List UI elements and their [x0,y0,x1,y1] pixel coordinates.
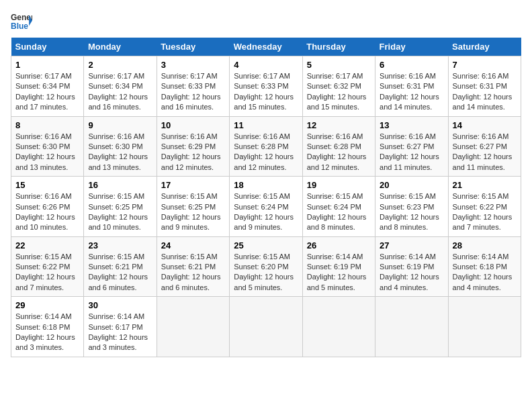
day-number: 23 [88,240,152,250]
day-number: 8 [15,120,79,130]
calendar-cell: 30Sunrise: 6:14 AMSunset: 6:17 PMDayligh… [84,297,157,357]
day-info: Sunrise: 6:15 AMSunset: 6:25 PMDaylight:… [161,192,221,231]
week-row-2: 8Sunrise: 6:16 AMSunset: 6:30 PMDaylight… [11,116,521,177]
calendar-cell: 17Sunrise: 6:15 AMSunset: 6:25 PMDayligh… [157,177,229,237]
day-number: 7 [453,60,517,70]
calendar-cell: 29Sunrise: 6:14 AMSunset: 6:18 PMDayligh… [11,297,84,357]
header-row: SundayMondayTuesdayWednesdayThursdayFrid… [11,38,521,56]
day-info: Sunrise: 6:15 AMSunset: 6:21 PMDaylight:… [88,253,148,291]
day-info: Sunrise: 6:15 AMSunset: 6:25 PMDaylight:… [88,192,148,231]
calendar-cell [448,297,521,357]
day-number: 10 [161,120,225,130]
day-info: Sunrise: 6:17 AMSunset: 6:32 PMDaylight:… [307,72,367,111]
calendar-cell: 1Sunrise: 6:17 AMSunset: 6:34 PMDaylight… [11,56,84,117]
calendar-table: SundayMondayTuesdayWednesdayThursdayFrid… [11,38,521,357]
day-info: Sunrise: 6:15 AMSunset: 6:22 PMDaylight:… [15,253,75,291]
calendar-cell: 3Sunrise: 6:17 AMSunset: 6:33 PMDaylight… [157,56,229,117]
calendar-cell: 10Sunrise: 6:16 AMSunset: 6:29 PMDayligh… [157,116,229,177]
day-number: 11 [234,120,298,130]
day-number: 16 [88,180,152,190]
day-info: Sunrise: 6:14 AMSunset: 6:19 PMDaylight:… [380,253,439,291]
calendar-cell: 16Sunrise: 6:15 AMSunset: 6:25 PMDayligh… [84,177,157,237]
week-row-5: 29Sunrise: 6:14 AMSunset: 6:18 PMDayligh… [11,297,521,357]
calendar-cell: 8Sunrise: 6:16 AMSunset: 6:30 PMDaylight… [11,116,84,177]
day-number: 2 [88,60,152,70]
day-info: Sunrise: 6:15 AMSunset: 6:21 PMDaylight:… [161,253,221,291]
header-day-monday: Monday [84,38,157,56]
calendar-cell: 21Sunrise: 6:15 AMSunset: 6:22 PMDayligh… [448,177,521,237]
day-info: Sunrise: 6:15 AMSunset: 6:23 PMDaylight:… [380,192,439,231]
header-day-friday: Friday [375,38,448,56]
calendar-cell: 27Sunrise: 6:14 AMSunset: 6:19 PMDayligh… [375,236,448,297]
calendar-cell: 28Sunrise: 6:14 AMSunset: 6:18 PMDayligh… [448,236,521,297]
logo-icon: General Blue [11,11,32,32]
header-day-saturday: Saturday [448,38,521,56]
day-info: Sunrise: 6:17 AMSunset: 6:34 PMDaylight:… [88,72,148,111]
day-number: 15 [15,180,79,190]
calendar-cell [375,297,448,357]
day-number: 24 [161,240,225,250]
calendar-cell [230,297,302,357]
day-info: Sunrise: 6:14 AMSunset: 6:17 PMDaylight:… [88,312,148,351]
day-info: Sunrise: 6:16 AMSunset: 6:29 PMDaylight:… [161,132,221,171]
day-number: 6 [380,60,443,70]
day-number: 27 [380,240,443,250]
day-info: Sunrise: 6:15 AMSunset: 6:24 PMDaylight:… [234,192,294,231]
day-info: Sunrise: 6:17 AMSunset: 6:34 PMDaylight:… [15,72,75,111]
week-row-1: 1Sunrise: 6:17 AMSunset: 6:34 PMDaylight… [11,56,521,117]
header-day-sunday: Sunday [11,38,84,56]
day-number: 28 [453,240,517,250]
day-info: Sunrise: 6:14 AMSunset: 6:18 PMDaylight:… [453,253,513,291]
calendar-cell: 5Sunrise: 6:17 AMSunset: 6:32 PMDaylight… [302,56,375,117]
day-info: Sunrise: 6:16 AMSunset: 6:30 PMDaylight:… [88,132,148,171]
day-number: 21 [453,180,517,190]
page-header: General Blue [11,11,521,32]
calendar-cell: 20Sunrise: 6:15 AMSunset: 6:23 PMDayligh… [375,177,448,237]
calendar-cell [302,297,375,357]
calendar-cell: 13Sunrise: 6:16 AMSunset: 6:27 PMDayligh… [375,116,448,177]
calendar-body: 1Sunrise: 6:17 AMSunset: 6:34 PMDaylight… [11,56,521,357]
day-number: 14 [453,120,517,130]
svg-text:Blue: Blue [11,21,28,31]
week-row-4: 22Sunrise: 6:15 AMSunset: 6:22 PMDayligh… [11,236,521,297]
header-day-wednesday: Wednesday [230,38,302,56]
day-info: Sunrise: 6:16 AMSunset: 6:27 PMDaylight:… [380,132,439,171]
calendar-cell: 6Sunrise: 6:16 AMSunset: 6:31 PMDaylight… [375,56,448,117]
day-info: Sunrise: 6:17 AMSunset: 6:33 PMDaylight:… [234,72,294,111]
day-number: 29 [15,300,79,310]
day-number: 1 [15,60,79,70]
day-number: 26 [307,240,371,250]
day-number: 30 [88,300,152,310]
day-info: Sunrise: 6:16 AMSunset: 6:31 PMDaylight:… [453,72,513,111]
calendar-cell: 9Sunrise: 6:16 AMSunset: 6:30 PMDaylight… [84,116,157,177]
calendar-cell: 15Sunrise: 6:16 AMSunset: 6:26 PMDayligh… [11,177,84,237]
day-number: 5 [307,60,371,70]
header-day-tuesday: Tuesday [157,38,229,56]
calendar-cell: 11Sunrise: 6:16 AMSunset: 6:28 PMDayligh… [230,116,302,177]
day-number: 20 [380,180,443,190]
day-info: Sunrise: 6:15 AMSunset: 6:22 PMDaylight:… [453,192,513,231]
calendar-cell: 7Sunrise: 6:16 AMSunset: 6:31 PMDaylight… [448,56,521,117]
day-info: Sunrise: 6:15 AMSunset: 6:20 PMDaylight:… [234,253,294,291]
day-number: 25 [234,240,298,250]
calendar-cell: 19Sunrise: 6:15 AMSunset: 6:24 PMDayligh… [302,177,375,237]
calendar-cell: 14Sunrise: 6:16 AMSunset: 6:27 PMDayligh… [448,116,521,177]
day-info: Sunrise: 6:16 AMSunset: 6:27 PMDaylight:… [453,132,513,171]
day-info: Sunrise: 6:16 AMSunset: 6:28 PMDaylight:… [307,132,367,171]
calendar-cell: 26Sunrise: 6:14 AMSunset: 6:19 PMDayligh… [302,236,375,297]
day-number: 12 [307,120,371,130]
day-number: 3 [161,60,225,70]
calendar-cell: 18Sunrise: 6:15 AMSunset: 6:24 PMDayligh… [230,177,302,237]
logo: General Blue [11,11,35,32]
day-info: Sunrise: 6:14 AMSunset: 6:18 PMDaylight:… [15,312,75,351]
day-number: 4 [234,60,298,70]
day-info: Sunrise: 6:16 AMSunset: 6:31 PMDaylight:… [380,72,439,111]
calendar-cell [157,297,229,357]
day-number: 9 [88,120,152,130]
calendar-cell: 12Sunrise: 6:16 AMSunset: 6:28 PMDayligh… [302,116,375,177]
calendar-cell: 2Sunrise: 6:17 AMSunset: 6:34 PMDaylight… [84,56,157,117]
header-day-thursday: Thursday [302,38,375,56]
calendar-cell: 24Sunrise: 6:15 AMSunset: 6:21 PMDayligh… [157,236,229,297]
day-number: 22 [15,240,79,250]
day-number: 17 [161,180,225,190]
